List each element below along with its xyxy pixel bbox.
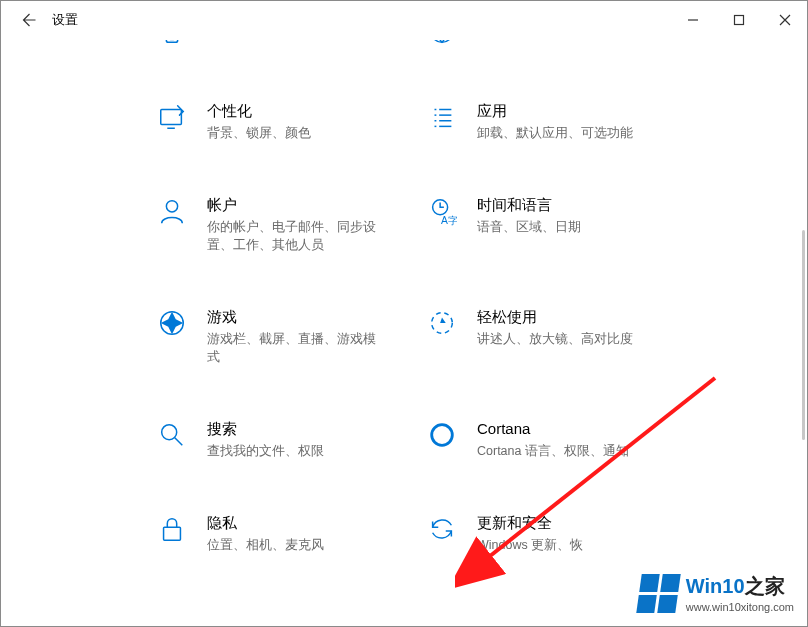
item-desc: 讲述人、放大镜、高对比度 — [477, 330, 633, 348]
titlebar: 设置 — [0, 0, 808, 40]
maximize-button[interactable] — [716, 4, 762, 36]
svg-point-14 — [166, 201, 177, 212]
item-title: 更新和安全 — [477, 512, 583, 534]
svg-text:A字: A字 — [441, 215, 457, 226]
item-title: 个性化 — [207, 100, 311, 122]
settings-content: 连接 Android 设备和 iPhone WLAN、飞行模式、VPN 个性化 … — [0, 40, 808, 627]
settings-item-globe[interactable]: WLAN、飞行模式、VPN — [425, 40, 685, 48]
item-desc: 位置、相机、麦克风 — [207, 536, 324, 554]
item-title: 搜索 — [207, 418, 324, 440]
windows-logo-icon — [636, 574, 680, 613]
window-title: 设置 — [52, 11, 78, 29]
watermark: Win10之家 www.win10xitong.com — [639, 573, 794, 613]
settings-item-update[interactable]: 更新和安全 Windows 更新、恢 — [425, 512, 685, 554]
item-title: 游戏 — [207, 306, 387, 328]
item-desc: 背景、锁屏、颜色 — [207, 124, 311, 142]
settings-item-cortana[interactable]: Cortana Cortana 语言、权限、通知 — [425, 418, 685, 460]
phone-icon — [155, 40, 189, 48]
watermark-url: www.win10xitong.com — [686, 601, 794, 613]
item-desc: 游戏栏、截屏、直播、游戏模式 — [207, 330, 387, 366]
search-icon — [155, 418, 189, 452]
settings-item-gaming[interactable]: 游戏 游戏栏、截屏、直播、游戏模式 — [155, 306, 415, 366]
update-icon — [425, 512, 459, 546]
svg-rect-0 — [735, 16, 744, 25]
settings-item-apps[interactable]: 应用 卸载、默认应用、可选功能 — [425, 100, 685, 142]
svg-rect-1 — [166, 40, 177, 42]
ease-icon — [425, 306, 459, 340]
scrollbar[interactable] — [802, 230, 805, 440]
settings-item-personalize[interactable]: 个性化 背景、锁屏、颜色 — [155, 100, 415, 142]
item-desc: Cortana 语言、权限、通知 — [477, 442, 629, 460]
settings-item-account[interactable]: 帐户 你的帐户、电子邮件、同步设置、工作、其他人员 — [155, 194, 415, 254]
account-icon — [155, 194, 189, 228]
item-desc: 你的帐户、电子邮件、同步设置、工作、其他人员 — [207, 218, 387, 254]
svg-point-19 — [162, 425, 177, 440]
watermark-brand-prefix: Win10 — [686, 575, 745, 597]
item-title: Cortana — [477, 418, 629, 440]
item-desc: Windows 更新、恢 — [477, 536, 583, 554]
close-button[interactable] — [762, 4, 808, 36]
settings-item-search[interactable]: 搜索 查找我的文件、权限 — [155, 418, 415, 460]
back-button[interactable] — [14, 6, 42, 34]
privacy-icon — [155, 512, 189, 546]
settings-item-ease[interactable]: 轻松使用 讲述人、放大镜、高对比度 — [425, 306, 685, 348]
settings-item-phone[interactable]: 连接 Android 设备和 iPhone — [155, 40, 415, 48]
svg-point-21 — [432, 425, 453, 446]
time-icon: A字 — [425, 194, 459, 228]
item-desc: 语音、区域、日期 — [477, 218, 581, 236]
svg-line-20 — [175, 438, 183, 446]
item-title: 隐私 — [207, 512, 324, 534]
watermark-brand-suffix: 之家 — [745, 575, 785, 597]
cortana-icon — [425, 418, 459, 452]
settings-item-time[interactable]: A字 时间和语言 语音、区域、日期 — [425, 194, 685, 236]
item-desc: 查找我的文件、权限 — [207, 442, 324, 460]
gaming-icon — [155, 306, 189, 340]
minimize-button[interactable] — [670, 4, 716, 36]
item-title: 帐户 — [207, 194, 387, 216]
globe-icon — [425, 40, 459, 48]
svg-rect-4 — [161, 110, 182, 125]
item-title: 时间和语言 — [477, 194, 581, 216]
personalize-icon — [155, 100, 189, 134]
item-title: 轻松使用 — [477, 306, 633, 328]
svg-rect-22 — [164, 527, 181, 540]
settings-item-privacy[interactable]: 隐私 位置、相机、麦克风 — [155, 512, 415, 554]
item-title: 应用 — [477, 100, 633, 122]
apps-icon — [425, 100, 459, 134]
item-desc: 卸载、默认应用、可选功能 — [477, 124, 633, 142]
